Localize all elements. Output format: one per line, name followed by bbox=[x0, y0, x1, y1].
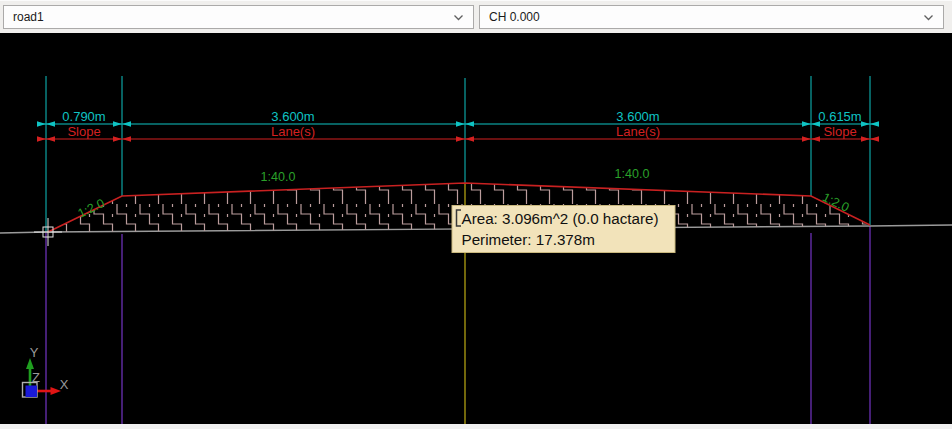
z-axis-label: Z bbox=[32, 370, 40, 385]
x-axis-label: X bbox=[60, 377, 69, 392]
drawing-canvas[interactable]: 0.790m 3.600m 3.600m 0.615m Slope Lane(s… bbox=[0, 33, 952, 424]
chevron-down-icon[interactable] bbox=[923, 14, 934, 21]
cross-section-view[interactable]: 0.790m 3.600m 3.600m 0.615m Slope Lane(s… bbox=[0, 33, 952, 424]
dim-label-lane-left: Lane(s) bbox=[271, 124, 315, 139]
guide-lines-purple bbox=[46, 226, 870, 424]
x-axis-arrow bbox=[36, 387, 61, 395]
y-axis-label: Y bbox=[30, 345, 39, 360]
chainage-dropdown[interactable]: CH 0.000 bbox=[479, 5, 944, 29]
dim-value-lane-left: 3.600m bbox=[271, 109, 314, 124]
chevron-down-icon[interactable] bbox=[453, 14, 464, 21]
chainage-dropdown-value: CH 0.000 bbox=[489, 10, 540, 24]
slope-label-right-lane: 1:40.0 bbox=[615, 167, 650, 181]
road-dropdown[interactable]: road1 bbox=[3, 5, 474, 29]
dim-label-slope-left: Slope bbox=[67, 124, 100, 139]
crosshair-cursor bbox=[34, 218, 62, 246]
road-dropdown-value: road1 bbox=[13, 10, 44, 24]
dim-label-lane-right: Lane(s) bbox=[616, 124, 660, 139]
dim-value-slope-left: 0.790m bbox=[62, 109, 105, 124]
tooltip-perimeter-text: Perimeter: 17.378m bbox=[462, 231, 595, 248]
dim-value-slope-right: 0.615m bbox=[818, 109, 861, 124]
measurement-tooltip: Area: 3.096m^2 (0.0 hactare) Perimeter: … bbox=[452, 206, 675, 253]
dim-value-lane-right: 3.600m bbox=[616, 109, 659, 124]
dim-label-slope-right: Slope bbox=[823, 124, 856, 139]
tooltip-area-text: Area: 3.096m^2 (0.0 hactare) bbox=[462, 210, 659, 227]
slope-label-left-lane: 1:40.0 bbox=[261, 170, 296, 184]
toolbar: road1 CH 0.000 bbox=[0, 0, 952, 33]
window-bottom-edge bbox=[0, 424, 952, 429]
